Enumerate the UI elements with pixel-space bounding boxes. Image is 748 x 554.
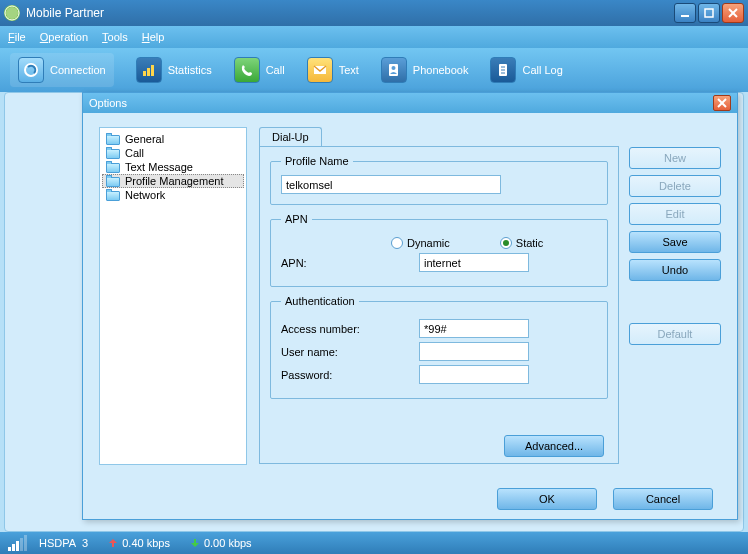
close-button[interactable] [722,3,744,23]
phonebook-icon [381,57,407,83]
password-input[interactable] [419,365,529,384]
toolbar-phonebook-label: Phonebook [413,64,469,76]
statistics-icon [136,57,162,83]
cancel-button[interactable]: Cancel [613,488,713,510]
dialog-footer: OK Cancel [83,479,737,519]
default-button[interactable]: Default [629,323,721,345]
tree-general[interactable]: General [102,132,244,146]
upload-icon [108,538,118,548]
svg-rect-7 [143,71,146,76]
toolbar-connection[interactable]: Connection [10,53,114,87]
save-button[interactable]: Save [629,231,721,253]
delete-button[interactable]: Delete [629,175,721,197]
svg-rect-8 [147,68,150,76]
calllog-icon [490,57,516,83]
apn-dynamic-radio[interactable]: Dynamic [391,237,450,249]
status-download: 0.00 kbps [190,537,252,549]
tree-text-message-label: Text Message [125,161,193,173]
dialog-titlebar: Options [83,93,737,113]
status-down-value: 0.00 kbps [204,537,252,549]
tab-dialup[interactable]: Dial-Up [259,127,322,146]
signal-icon [8,535,27,551]
connection-icon [18,57,44,83]
toolbar-text-label: Text [339,64,359,76]
tree-text-message[interactable]: Text Message [102,160,244,174]
edit-button[interactable]: Edit [629,203,721,225]
advanced-button[interactable]: Advanced... [504,435,604,457]
text-icon [307,57,333,83]
dialog-body: General Call Text Message Profile Manage… [83,113,737,479]
menu-file[interactable]: File [8,31,26,43]
menubar: File Operation Tools Help [0,26,748,48]
toolbar-calllog-label: Call Log [522,64,562,76]
folder-icon [106,162,120,173]
minimize-button[interactable] [674,3,696,23]
app-title: Mobile Partner [26,6,674,20]
dialog-title: Options [89,97,713,109]
tree-network-label: Network [125,189,165,201]
new-button[interactable]: New [629,147,721,169]
profile-buttons: New Delete Edit Save Undo Default [629,127,721,465]
toolbar-statistics[interactable]: Statistics [136,57,212,83]
profile-name-input[interactable] [281,175,501,194]
dialog-close-button[interactable] [713,95,731,111]
toolbar-connection-label: Connection [50,64,106,76]
menu-tools[interactable]: Tools [102,31,128,43]
folder-icon [106,176,120,187]
dialog-main: Dial-Up Profile Name APN Dynamic [259,127,721,465]
call-icon [234,57,260,83]
apn-legend: APN [281,213,312,225]
toolbar-call[interactable]: Call [234,57,285,83]
apn-dynamic-label: Dynamic [407,237,450,249]
profile-name-group: Profile Name [270,155,608,205]
status-up-value: 0.40 kbps [122,537,170,549]
tree-network[interactable]: Network [102,188,244,202]
apn-group: APN Dynamic Static APN: [270,213,608,287]
auth-legend: Authentication [281,295,359,307]
svg-rect-9 [151,65,154,76]
toolbar: Connection Statistics Call Text Phoneboo… [0,48,748,92]
app-window: Mobile Partner File Operation Tools Help… [0,0,748,554]
user-name-input[interactable] [419,342,529,361]
undo-button[interactable]: Undo [629,259,721,281]
folder-icon [106,190,120,201]
svg-point-0 [6,7,18,19]
options-tree: General Call Text Message Profile Manage… [99,127,247,465]
folder-icon [106,134,120,145]
access-number-label: Access number: [281,323,381,335]
profile-name-legend: Profile Name [281,155,353,167]
maximize-button[interactable] [698,3,720,23]
apn-static-label: Static [516,237,544,249]
statusbar: HSDPA 3 0.40 kbps 0.00 kbps [0,532,748,554]
form-area: Dial-Up Profile Name APN Dynamic [259,127,619,465]
status-mode: HSDPA [39,537,76,549]
window-controls [674,3,744,23]
apn-label: APN: [281,257,381,269]
password-label: Password: [281,369,381,381]
ok-button[interactable]: OK [497,488,597,510]
tree-call-label: Call [125,147,144,159]
options-dialog: Options General Call Text Message Profil… [82,92,738,520]
access-number-input[interactable] [419,319,529,338]
toolbar-statistics-label: Statistics [168,64,212,76]
apn-input[interactable] [419,253,529,272]
toolbar-call-label: Call [266,64,285,76]
tree-profile-management[interactable]: Profile Management [102,174,244,188]
status-bars: 3 [82,537,88,549]
menu-operation[interactable]: Operation [40,31,88,43]
apn-static-radio[interactable]: Static [500,237,544,249]
tab-content: Profile Name APN Dynamic Static [259,146,619,464]
svg-rect-3 [705,9,713,17]
svg-point-12 [391,66,395,70]
menu-help[interactable]: Help [142,31,165,43]
authentication-group: Authentication Access number: User name: [270,295,608,399]
toolbar-text[interactable]: Text [307,57,359,83]
tree-call[interactable]: Call [102,146,244,160]
status-upload: 0.40 kbps [108,537,170,549]
user-name-label: User name: [281,346,381,358]
toolbar-calllog[interactable]: Call Log [490,57,562,83]
app-icon [4,5,20,21]
toolbar-phonebook[interactable]: Phonebook [381,57,469,83]
titlebar: Mobile Partner [0,0,748,26]
tree-general-label: General [125,133,164,145]
